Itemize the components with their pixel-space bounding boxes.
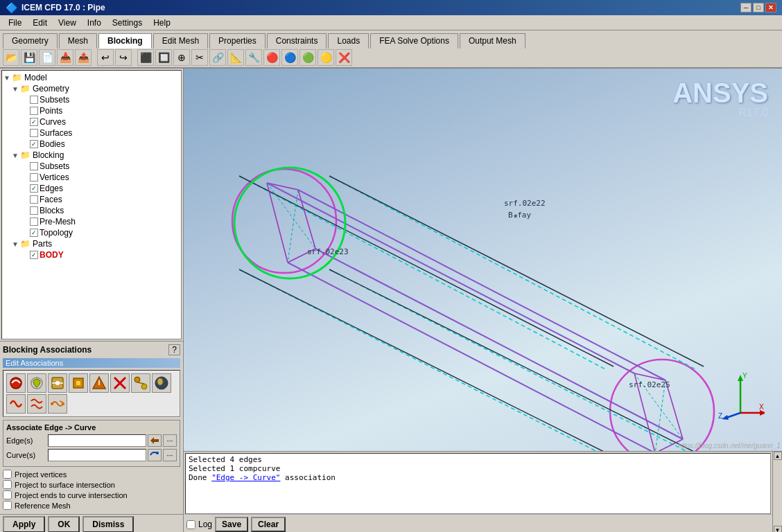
tree-points[interactable]: Points [3, 105, 180, 116]
curve-more-btn[interactable]: ··· [163, 449, 177, 461]
project-ends-cb[interactable] [3, 490, 12, 499]
toolbar-icon-block11[interactable]: 🟡 [318, 49, 334, 66]
toolbar-icon-block4[interactable]: ✂ [191, 49, 208, 66]
edge-select-btn[interactable] [148, 434, 162, 447]
status-line-3: Done "Edge -> Curve" association [189, 473, 767, 482]
tab-geometry[interactable]: Geometry [3, 33, 58, 48]
tab-fea-solve[interactable]: FEA Solve Options [370, 33, 458, 48]
project-surface-row: Project to surface intersection [3, 480, 180, 489]
dismiss-button[interactable]: Dismiss [82, 516, 134, 532]
toolbar-icon-save[interactable]: 💾 [21, 49, 37, 66]
tree-curves[interactable]: ✓ Curves [3, 116, 180, 127]
toolbar-icon-undo[interactable]: ↩ [97, 49, 114, 66]
toolbar-icon-block5[interactable]: 🔗 [209, 49, 226, 66]
project-vertices-cb[interactable] [3, 470, 12, 479]
edge-input[interactable] [48, 434, 146, 447]
svg-line-43 [298, 190, 666, 380]
assoc-icon-6[interactable] [110, 373, 130, 393]
maximize-button[interactable]: □ [753, 3, 764, 12]
status-assoc-link[interactable]: "Edge -> Curve" [211, 473, 280, 482]
menu-file[interactable]: File [3, 17, 27, 29]
scroll-up-btn[interactable]: ▲ [774, 452, 782, 460]
curve-select-btn[interactable] [148, 449, 162, 461]
toolbar-icon-block8[interactable]: 🔴 [263, 49, 280, 66]
toolbar-icon-export[interactable]: 📤 [75, 49, 92, 66]
minimize-button[interactable]: ─ [740, 3, 751, 12]
toolbar-icon-new[interactable]: 📄 [39, 49, 55, 66]
toolbar-icon-redo[interactable]: ↪ [115, 49, 132, 66]
toolbar-icon-open[interactable]: 📂 [3, 49, 19, 66]
watermark: https://blog.csdn.net/me/guann_1 [678, 442, 781, 450]
assoc-icon-8[interactable] [152, 373, 171, 393]
log-checkbox[interactable] [186, 520, 196, 529]
tree-edges[interactable]: ✓ Edges [3, 183, 180, 194]
save-log-button[interactable]: Save [215, 517, 248, 532]
3d-viewport[interactable]: ANSYS R17.0 [184, 69, 782, 451]
tree-surfaces[interactable]: Surfaces [3, 127, 180, 139]
tab-edit-mesh[interactable]: Edit Mesh [153, 33, 208, 48]
tab-output-mesh[interactable]: Output Mesh [460, 33, 525, 48]
log-label: Log [198, 520, 212, 529]
menu-settings[interactable]: Settings [107, 17, 148, 29]
scroll-down-btn[interactable]: ▼ [774, 526, 782, 532]
tree-geometry[interactable]: ▼ 📁 Geometry [3, 83, 180, 94]
tab-mesh[interactable]: Mesh [59, 33, 97, 48]
toolbar-icon-import[interactable]: 📥 [57, 49, 73, 66]
viewport-svg: srf.02e23 srf.02e22 B.fay srf.02e25 * [184, 69, 782, 451]
toolbar-icon-block12[interactable]: ❌ [336, 49, 352, 66]
tree-bodies[interactable]: ✓ Bodies [3, 139, 180, 150]
menu-help[interactable]: Help [148, 17, 176, 29]
assoc-icon-1[interactable] [6, 373, 26, 393]
model-tree[interactable]: ▼ 📁 Model ▼ 📁 Geometry Subsets Points [1, 70, 182, 339]
left-panel: ▼ 📁 Model ▼ 📁 Geometry Subsets Points [0, 69, 184, 532]
project-surface-cb[interactable] [3, 480, 12, 489]
tab-properties[interactable]: Properties [209, 33, 266, 48]
assoc-icon-5[interactable] [89, 373, 109, 393]
edge-more-btn[interactable]: ··· [163, 434, 177, 447]
reference-mesh-cb[interactable] [3, 501, 12, 510]
assoc-icon-3[interactable] [48, 373, 67, 393]
assoc-icon-4[interactable] [69, 373, 88, 393]
status-line-2: Selected 1 compcurve [189, 464, 767, 473]
tree-vertices[interactable]: Vertices [3, 172, 180, 183]
menu-edit[interactable]: Edit [27, 17, 53, 29]
toolbar-icon-block9[interactable]: 🔵 [281, 49, 298, 66]
toolbar-icon-block1[interactable]: ⬛ [137, 49, 154, 66]
menu-info[interactable]: Info [82, 17, 107, 29]
toolbar-icon-block7[interactable]: 🔧 [245, 49, 262, 66]
tree-model[interactable]: ▼ 📁 Model [3, 72, 180, 83]
toolbar-icon-block10[interactable]: 🟢 [299, 49, 316, 66]
svg-point-16 [51, 402, 53, 405]
svg-text:srf.02e22: srf.02e22 [504, 199, 546, 208]
assoc-icon-2[interactable] [27, 373, 46, 393]
tree-topology[interactable]: ✓ Topology [3, 227, 180, 238]
apply-button[interactable]: Apply [3, 516, 45, 532]
tree-bl-subsets[interactable]: Subsets [3, 161, 180, 172]
close-button[interactable]: ✕ [765, 3, 776, 12]
tab-constraints[interactable]: Constraints [267, 33, 327, 48]
tree-blocks[interactable]: Blocks [3, 205, 180, 216]
svg-marker-56 [760, 410, 765, 416]
toolbar-icon-block6[interactable]: 📐 [227, 49, 244, 66]
tab-loads[interactable]: Loads [328, 33, 369, 48]
menu-view[interactable]: View [53, 17, 82, 29]
tree-blocking[interactable]: ▼ 📁 Blocking [3, 150, 180, 161]
toolbar-icon-block2[interactable]: 🔲 [155, 49, 172, 66]
tree-parts[interactable]: ▼ 📁 Parts [3, 238, 180, 249]
tree-faces[interactable]: Faces [3, 194, 180, 205]
tree-subsets[interactable]: Subsets [3, 94, 180, 105]
ok-button[interactable]: OK [48, 516, 80, 532]
assoc-icon-7[interactable] [131, 373, 150, 393]
help-icon[interactable]: ? [168, 344, 180, 355]
assoc-icon-11[interactable] [48, 394, 67, 414]
reference-mesh-row: Reference Mesh [3, 501, 180, 510]
toolbar-icon-block3[interactable]: ⊕ [173, 49, 190, 66]
assoc-icon-10[interactable] [27, 394, 46, 414]
clear-log-button[interactable]: Clear [251, 517, 286, 532]
tree-body[interactable]: ✓ BODY [3, 249, 180, 260]
assoc-icon-9[interactable] [6, 394, 26, 414]
svg-point-12 [141, 384, 147, 389]
tab-blocking[interactable]: Blocking [98, 33, 152, 48]
curve-input[interactable] [48, 449, 146, 461]
tree-pre-mesh[interactable]: Pre-Mesh [3, 216, 180, 227]
